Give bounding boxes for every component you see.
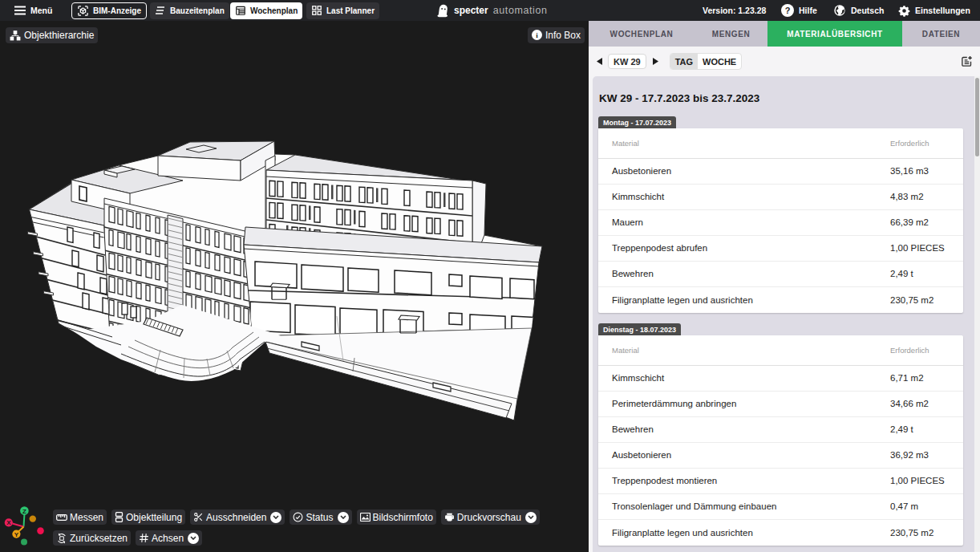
svg-text:Z: Z	[22, 508, 26, 515]
svg-text:Y: Y	[14, 531, 19, 538]
svg-text:X: X	[6, 519, 11, 526]
